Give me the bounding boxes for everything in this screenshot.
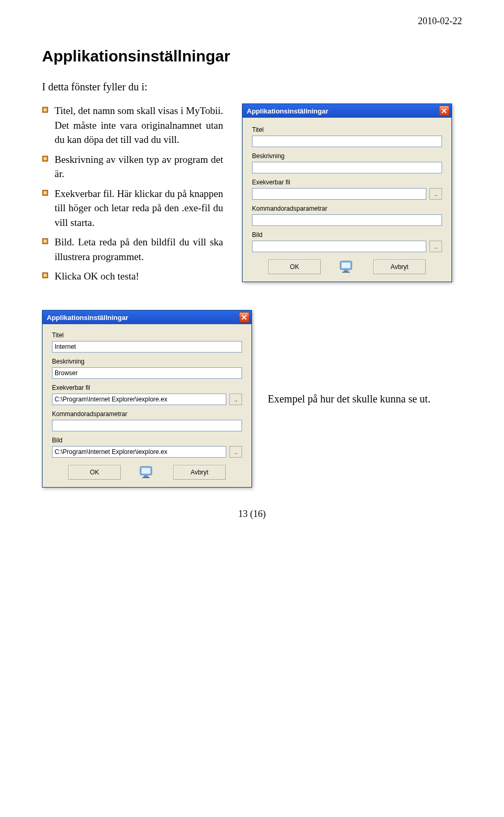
- bullet-icon: [42, 272, 48, 278]
- bullet-text: Bild. Leta reda på den bildfil du vill s…: [55, 236, 223, 262]
- input-exe[interactable]: [52, 394, 226, 405]
- cancel-button[interactable]: Avbryt: [173, 465, 226, 480]
- dialog-title: Applikationsinställningar: [247, 107, 328, 115]
- bullet-text: Klicka OK och testa!: [55, 271, 139, 282]
- page-title: Applikationsinställningar: [42, 47, 462, 65]
- dialog-titlebar[interactable]: Applikationsinställningar: [243, 104, 452, 118]
- ok-button[interactable]: OK: [68, 465, 121, 480]
- cancel-button[interactable]: Avbryt: [373, 260, 426, 274]
- bullet-text: Exekverbar fil. Här klickar du på knappe…: [55, 188, 223, 228]
- svg-rect-12: [344, 270, 348, 272]
- list-item: Titel, det namn som skall visas i MyTobi…: [42, 104, 223, 147]
- input-kommando[interactable]: [52, 420, 242, 431]
- svg-rect-16: [144, 475, 148, 477]
- input-kommando[interactable]: [252, 214, 442, 226]
- label-bild: Bild: [52, 437, 242, 444]
- bullet-icon: [42, 107, 48, 113]
- dialog-titlebar[interactable]: Applikationsinställningar: [43, 311, 251, 324]
- label-beskrivning: Beskrivning: [252, 152, 442, 160]
- bullet-text: Beskrivning av vilken typ av program det…: [55, 154, 223, 180]
- svg-rect-13: [342, 272, 350, 273]
- browse-exe-button[interactable]: ..: [229, 394, 242, 405]
- label-exe: Exekverbar fil: [252, 179, 442, 186]
- label-titel: Titel: [52, 332, 242, 339]
- ok-button[interactable]: OK: [268, 260, 321, 274]
- settings-dialog-filled: Applikationsinställningar Titel Beskrivn…: [42, 310, 252, 488]
- settings-dialog-empty: Applikationsinställningar Titel Beskrivn…: [242, 104, 452, 282]
- close-icon[interactable]: [239, 312, 249, 323]
- label-kommando: Kommandoradsparametrar: [252, 205, 442, 212]
- svg-rect-9: [44, 274, 47, 277]
- example-caption: Exempel på hur det skulle kunna se ut.: [268, 393, 430, 405]
- label-beskrivning: Beskrivning: [52, 358, 242, 365]
- browse-bild-button[interactable]: ..: [429, 241, 442, 252]
- svg-rect-11: [342, 263, 350, 268]
- input-beskrivning[interactable]: [252, 162, 442, 173]
- bullet-icon: [42, 156, 48, 162]
- svg-rect-17: [142, 477, 150, 478]
- input-exe[interactable]: [252, 188, 426, 200]
- input-beskrivning[interactable]: [52, 367, 242, 379]
- svg-rect-3: [44, 157, 47, 160]
- list-item: Bild. Leta reda på den bildfil du vill s…: [42, 235, 223, 264]
- bullet-icon: [42, 238, 48, 244]
- close-icon[interactable]: [439, 106, 449, 116]
- label-kommando: Kommandoradsparametrar: [52, 410, 242, 418]
- intro-text: I detta fönster fyller du i:: [42, 81, 462, 93]
- page-number: 13 (16): [42, 509, 462, 520]
- bullet-list: Titel, det namn som skall visas i MyTobi…: [42, 104, 223, 284]
- list-item: Beskrivning av vilken typ av program det…: [42, 152, 223, 181]
- list-item: Klicka OK och testa!: [42, 269, 223, 284]
- browse-bild-button[interactable]: ..: [229, 446, 242, 458]
- svg-rect-5: [44, 191, 47, 194]
- label-bild: Bild: [252, 231, 442, 239]
- document-date: 2010-02-22: [418, 16, 462, 27]
- bullet-text: Titel, det namn som skall visas i MyTobi…: [55, 105, 223, 145]
- bullet-icon: [42, 190, 48, 196]
- monitor-icon: [337, 260, 358, 274]
- dialog-title: Applikationsinställningar: [47, 314, 128, 322]
- monitor-icon: [136, 465, 158, 480]
- svg-rect-7: [44, 240, 47, 243]
- label-titel: Titel: [252, 126, 442, 133]
- list-item: Exekverbar fil. Här klickar du på knappe…: [42, 187, 223, 230]
- input-titel[interactable]: [252, 136, 442, 147]
- label-exe: Exekverbar fil: [52, 384, 242, 391]
- svg-rect-1: [44, 108, 47, 111]
- input-bild[interactable]: [252, 241, 426, 252]
- browse-exe-button[interactable]: ..: [429, 188, 442, 200]
- input-titel[interactable]: [52, 341, 242, 353]
- input-bild[interactable]: [52, 446, 226, 458]
- svg-rect-15: [142, 468, 150, 473]
